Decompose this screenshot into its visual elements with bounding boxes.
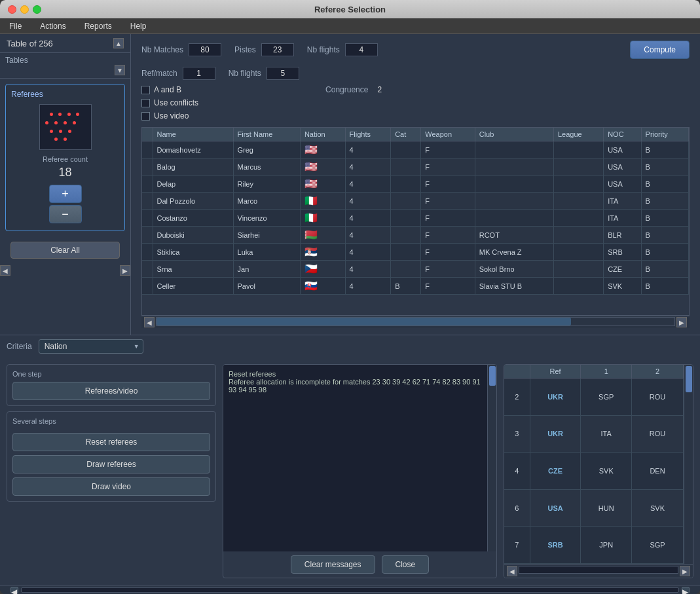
decrement-button[interactable]: − [49,205,82,223]
table-row[interactable]: Domashovetz Greg 🇺🇸 4 F USA B [142,141,689,158]
row-select [142,141,153,158]
criteria-select[interactable]: Nation Club League NOC [39,339,143,354]
minimize-button[interactable] [20,5,29,14]
row-name: Domashovetz [153,141,233,158]
row-flights: 4 [345,193,391,210]
table-row[interactable]: Dal Pozzolo Marco 🇮🇹 4 F ITA B [142,193,689,210]
table-row[interactable]: Stiklica Luka 🇷🇸 4 F MK Crvena Z SRB B [142,244,689,261]
maximize-button[interactable] [33,5,41,14]
col-header-league: League [553,128,603,141]
table-scroll-right[interactable]: ▶ [676,317,687,327]
stats-row: Nb Matches 80 Pistes 23 Nb flights 4 Com… [141,41,690,59]
row-nation: 🇺🇸 [300,176,345,193]
bottom-section: One step Referees/video Several steps Re… [0,358,700,585]
ref-row-match: 4 [504,453,530,490]
ref-match-label: Ref/match [141,69,177,78]
table-row[interactable]: Balog Marcus 🇺🇸 4 F USA B [142,158,689,176]
clear-all-button[interactable]: Clear All [10,242,120,259]
ref-table-row[interactable]: 2 UKR SGP ROU [504,379,684,416]
row-club [475,193,553,210]
row-flights: 4 [345,158,391,176]
row-firstname: Riley [233,176,300,193]
table-row[interactable]: Costanzo Vincenzo 🇮🇹 4 F ITA B [142,210,689,227]
nb-matches-group: Nb Matches 80 [141,43,221,56]
row-club: Sokol Brno [475,261,553,278]
close-button[interactable] [8,5,16,14]
draw-video-button[interactable]: Draw video [12,477,210,496]
compute-button[interactable]: Compute [630,41,690,59]
row-weapon: F [421,176,475,193]
ref-row-match: 7 [504,527,530,564]
traffic-lights [8,5,41,14]
messages-panel: Reset referees Referee allocation is inc… [223,364,497,578]
row-nation: 🇨🇿 [300,261,345,278]
reset-referees-button[interactable]: Reset referees [12,433,210,451]
ref-scroll-left[interactable]: ◀ [507,566,517,576]
ref-row-col1: HUN [581,489,632,527]
table-row[interactable]: Delap Riley 🇺🇸 4 F USA B [142,176,689,193]
a-and-b-group: A and B [141,85,181,94]
congruence-value: 2 [377,85,382,94]
row-name: Delap [153,176,233,193]
ref-table-row[interactable]: 6 USA HUN SVK [504,489,684,527]
menu-actions[interactable]: Actions [36,20,69,32]
row-club [475,176,553,193]
menu-help[interactable]: Help [126,20,151,32]
left-panel: Table of 256 ▲ Tables ▼ Referees [0,34,131,335]
row-firstname: Marcus [233,158,300,176]
scroll-right-arrow[interactable]: ▶ [120,265,130,276]
ref-scroll-right[interactable]: ▶ [680,566,690,576]
criteria-section: Criteria Nation Club League NOC [0,335,700,358]
row-league [553,210,603,227]
row-flights: 4 [345,210,391,227]
nb-flights-2-label: Nb flights [229,69,261,78]
table-row[interactable]: Celler Pavol 🇸🇰 4 B F Slavia STU B SVK B [142,278,689,295]
increment-button[interactable]: + [49,185,82,203]
row-noc: USA [604,176,641,193]
row-select [142,261,153,278]
menu-file[interactable]: File [5,20,26,32]
table-scroll-left[interactable]: ◀ [144,317,155,327]
scroll-left-main[interactable]: ◀ [10,587,18,593]
col-header-nation: Nation [300,128,345,141]
ref-table-row[interactable]: 4 CZE SVK DEN [504,453,684,490]
ref-row-ref: UKR [530,379,581,416]
scroll-left-arrow[interactable]: ◀ [0,265,10,276]
message-detail: Referee allocation is incomplete for mat… [229,378,481,394]
scroll-down-arrow[interactable]: ▼ [115,65,125,75]
ref-row-ref: SRB [530,527,581,564]
a-and-b-checkbox[interactable] [141,86,150,94]
menu-reports[interactable]: Reports [81,20,116,32]
clear-messages-button[interactable]: Clear messages [291,555,375,574]
scroll-arrows: ◀ ▶ [0,264,130,277]
row-name: Dal Pozzolo [153,193,233,210]
close-button-main[interactable]: Close [382,555,430,574]
messages-scrollbar[interactable] [487,365,496,551]
table-row[interactable]: Srna Jan 🇨🇿 4 F Sokol Brno CZE B [142,261,689,278]
ref-table-row[interactable]: 7 SRB JPN SGP [504,527,684,564]
scroll-right-main[interactable]: ▶ [682,587,690,593]
criteria-label: Criteria [7,342,32,351]
congruence-group: Congruence 2 [325,85,382,94]
referees-video-button[interactable]: Referees/video [12,382,210,400]
ref-table-row[interactable]: 3 UKR ITA ROU [504,415,684,453]
scroll-up-arrow[interactable]: ▲ [113,38,124,48]
table-row[interactable]: Duboiski Siarhei 🇧🇾 4 F RCOT BLR B [142,227,689,244]
row-priority: B [641,278,688,295]
criteria-select-wrapper[interactable]: Nation Club League NOC [39,339,143,354]
draw-referees-button[interactable]: Draw referees [12,455,210,473]
row-cat [391,210,421,227]
nb-flights-1-value: 4 [345,43,378,56]
use-conflicts-checkbox[interactable] [141,99,150,107]
congruence-label: Congruence [325,85,368,94]
row-flights: 4 [345,261,391,278]
row-priority: B [641,244,688,261]
use-video-group: Use video [141,111,189,121]
row-select [142,176,153,193]
row-nation: 🇮🇹 [300,193,345,210]
use-video-checkbox[interactable] [141,112,150,121]
row-firstname: Greg [233,141,300,158]
row-select [142,227,153,244]
row-firstname: Vincenzo [233,210,300,227]
ref-table-scrollbar[interactable] [684,365,693,564]
